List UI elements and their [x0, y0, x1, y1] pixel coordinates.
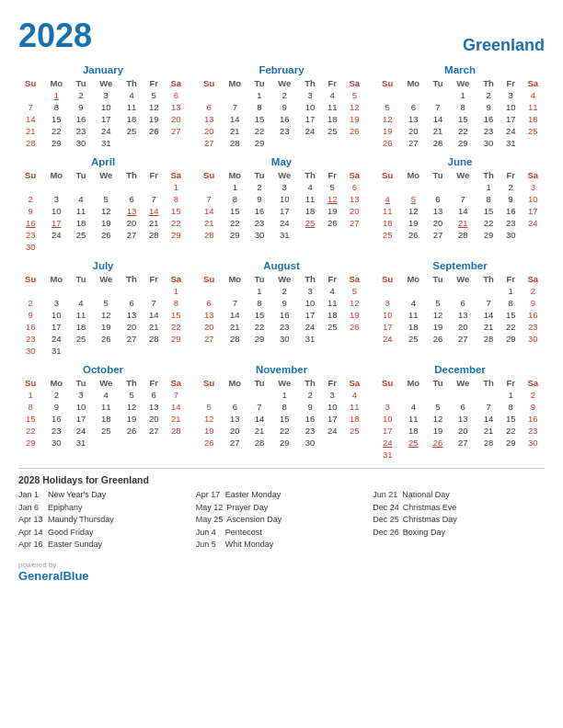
cal-day: 21: [144, 217, 165, 229]
cal-day: [144, 137, 165, 149]
cal-day: [375, 389, 399, 401]
cal-day: 15: [270, 413, 299, 425]
cal-day: [427, 181, 449, 193]
cal-day: 15: [248, 113, 270, 125]
cal-day: 29: [18, 437, 42, 449]
cal-day: 9: [248, 193, 270, 205]
page: 2028 Greenland JanuarySuMoTuWeThFrSa1234…: [0, 0, 563, 728]
cal-day: 30: [477, 137, 500, 149]
cal-day: 14: [144, 309, 165, 321]
cal-day: 18: [92, 413, 121, 425]
cal-day: 19: [197, 425, 221, 437]
cal-day: 7: [221, 101, 248, 113]
cal-day: 26: [427, 437, 449, 449]
cal-day: 13: [120, 205, 143, 217]
cal-day: 24: [42, 229, 70, 241]
day-header-su: Su: [18, 77, 42, 89]
day-header-tu: Tu: [427, 273, 449, 285]
month-block-june: JuneSuMoTuWeThFrSa1234567891011121314151…: [375, 156, 545, 253]
cal-day: 5: [399, 193, 427, 205]
cal-day: 20: [120, 217, 143, 229]
holiday-name: Good Friday: [48, 527, 94, 540]
holiday-date: Apr 17: [196, 489, 222, 502]
cal-day: 26: [322, 217, 343, 229]
cal-day: 12: [375, 113, 399, 125]
cal-day: 10: [375, 413, 399, 425]
cal-day: 11: [399, 309, 427, 321]
cal-day: 6: [427, 193, 449, 205]
cal-day: 5: [197, 401, 221, 413]
cal-day: 28: [221, 137, 248, 149]
cal-day: 25: [70, 333, 92, 345]
cal-day: 28: [221, 333, 248, 345]
cal-day: 8: [270, 401, 299, 413]
cal-day: [197, 89, 221, 101]
cal-day: 14: [477, 413, 500, 425]
cal-day: [120, 285, 143, 297]
cal-day: 10: [42, 309, 70, 321]
holiday-item: Dec 26Boxing Day: [373, 527, 545, 540]
cal-day: [343, 137, 366, 149]
cal-day: 7: [449, 193, 477, 205]
cal-day: 29: [500, 333, 522, 345]
cal-day: [477, 449, 500, 461]
cal-day: [42, 181, 70, 193]
cal-day: 19: [92, 217, 121, 229]
cal-day: 10: [92, 101, 121, 113]
cal-day: [375, 181, 399, 193]
day-header-th: Th: [298, 273, 321, 285]
cal-day: 9: [270, 297, 299, 309]
month-title: September: [375, 260, 545, 271]
day-header-su: Su: [18, 273, 42, 285]
cal-day: 28: [248, 437, 270, 449]
day-header-we: We: [92, 77, 121, 89]
cal-day: 13: [343, 193, 366, 205]
cal-day: 8: [165, 193, 188, 205]
cal-day: [120, 437, 143, 449]
month-title: November: [197, 364, 366, 375]
cal-day: 6: [144, 389, 165, 401]
cal-day: 13: [449, 309, 477, 321]
holiday-item: Apr 14Good Friday: [18, 527, 190, 540]
cal-day: 6: [399, 101, 427, 113]
cal-day: 3: [375, 401, 399, 413]
cal-day: 18: [322, 113, 343, 125]
cal-day: 27: [221, 437, 248, 449]
cal-day: 7: [18, 101, 42, 113]
day-header-tu: Tu: [70, 377, 92, 389]
cal-day: 9: [18, 309, 42, 321]
cal-day: 16: [522, 413, 545, 425]
cal-day: 23: [500, 217, 522, 229]
month-title: January: [18, 64, 188, 75]
cal-day: 24: [298, 125, 321, 137]
month-block-march: MarchSuMoTuWeThFrSa123456789101112131415…: [375, 64, 545, 149]
day-header-su: Su: [197, 377, 221, 389]
cal-day: 9: [522, 297, 545, 309]
cal-day: 6: [221, 401, 248, 413]
cal-day: 1: [500, 285, 522, 297]
cal-day: 22: [165, 217, 188, 229]
cal-day: 22: [165, 321, 188, 333]
cal-day: 6: [343, 181, 366, 193]
cal-day: 8: [165, 297, 188, 309]
cal-day: 19: [343, 309, 366, 321]
cal-day: 22: [248, 321, 270, 333]
cal-day: 25: [322, 125, 343, 137]
cal-day: 21: [165, 413, 188, 425]
cal-day: 5: [427, 297, 449, 309]
cal-day: 31: [500, 137, 522, 149]
cal-day: 8: [500, 297, 522, 309]
country-title: Greenland: [463, 36, 545, 55]
cal-table: SuMoTuWeThFrSa12345678910111213141516171…: [18, 273, 188, 357]
cal-day: [144, 285, 165, 297]
cal-day: 2: [18, 297, 42, 309]
day-header-we: We: [270, 273, 299, 285]
cal-day: 15: [221, 205, 248, 217]
holiday-name: Boxing Day: [403, 527, 445, 540]
cal-day: 8: [500, 401, 522, 413]
cal-day: 26: [427, 333, 449, 345]
cal-day: 13: [449, 413, 477, 425]
cal-day: 7: [144, 297, 165, 309]
cal-day: 24: [92, 125, 121, 137]
cal-day: [18, 181, 42, 193]
